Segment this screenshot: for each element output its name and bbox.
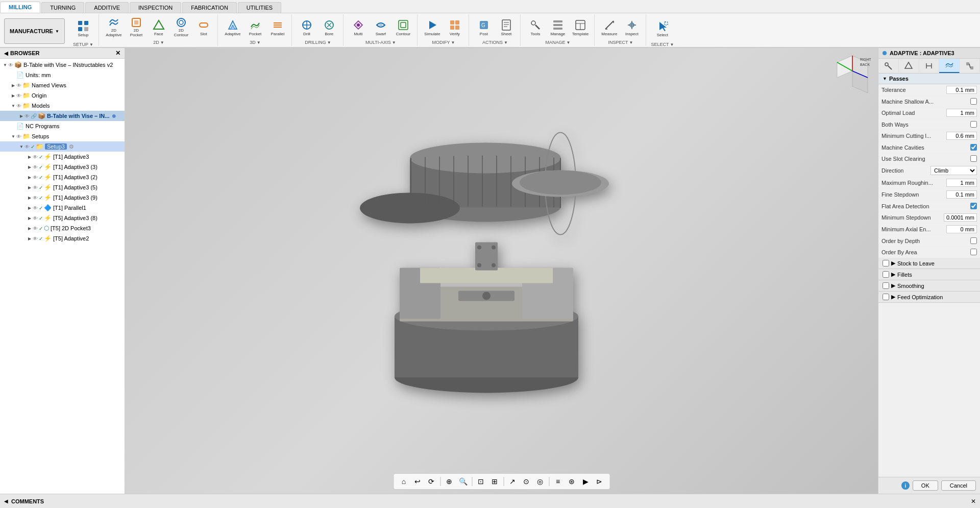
select-button[interactable]: Select xyxy=(650,15,675,41)
order-area-checkbox[interactable] xyxy=(970,249,977,255)
eye-icon-parallel1[interactable]: 👁 xyxy=(33,205,38,211)
play-animation-button[interactable]: ▶ xyxy=(579,475,592,488)
viewcube[interactable]: RIGHT BACK xyxy=(832,53,873,94)
feed-optimization-section[interactable]: ▶ Feed Optimization xyxy=(878,292,980,303)
face-button[interactable]: Face xyxy=(148,15,169,39)
manage-button[interactable]: Manage xyxy=(547,15,569,39)
viewport-area[interactable]: RIGHT BACK ⌂ ↩ ⟳ ⊕ 🔍 ⊡ ⊞ ↗ xyxy=(125,48,878,494)
machine-shallow-checkbox[interactable] xyxy=(970,98,977,105)
eye-icon-namedviews[interactable]: 👁 xyxy=(16,83,21,88)
tab-heights[interactable] xyxy=(919,59,940,73)
step-button[interactable]: ⊳ xyxy=(593,475,605,488)
drill-button[interactable]: Drill xyxy=(296,15,317,39)
fillets-enable[interactable] xyxy=(883,271,889,278)
pan-button[interactable]: ↗ xyxy=(506,475,519,488)
tree-item-units[interactable]: 📄 Units: mm xyxy=(0,70,125,80)
eye-icon-models[interactable]: 👁 xyxy=(16,103,21,109)
settings-icon-setup3[interactable]: ⚙ xyxy=(69,143,74,150)
measure-toolbar-button[interactable]: ≡ xyxy=(552,475,564,488)
parallel-button[interactable]: Parallel xyxy=(267,15,288,39)
adaptive-button[interactable]: Adaptive xyxy=(222,15,243,39)
browser-expand-icon[interactable]: ◀ xyxy=(4,51,8,56)
tree-item-adaptive3-8[interactable]: ▶ 👁 ✓ ⚡ [T5] Adaptive3 (8) xyxy=(0,213,125,223)
eye-icon-root[interactable]: 👁 xyxy=(8,62,13,68)
expand-pocket3[interactable]: ▶ xyxy=(27,225,33,231)
stock-to-leave-enable[interactable] xyxy=(883,260,889,267)
tree-item-adaptive3-2[interactable]: ▶ 👁 ✓ ⚡ [T1] Adaptive3 (2) xyxy=(0,172,125,182)
swarf-button[interactable]: Swarf xyxy=(370,15,391,39)
smoothing-section[interactable]: ▶ Smoothing xyxy=(878,280,980,292)
tab-milling[interactable]: MILLING xyxy=(0,2,40,13)
flat-area-checkbox[interactable] xyxy=(970,203,977,209)
eye-icon-adaptive3-8[interactable]: 👁 xyxy=(33,215,38,221)
tree-item-namedviews[interactable]: ▶ 👁 📁 Named Views xyxy=(0,80,125,90)
eye-icon-origin[interactable]: 👁 xyxy=(16,93,21,99)
optimal-load-value[interactable]: 1 mm xyxy=(946,109,977,117)
expand-adaptive2[interactable]: ▶ xyxy=(27,235,33,241)
tab-fabrication[interactable]: FABRICATION xyxy=(182,2,237,13)
expand-models[interactable]: ▼ xyxy=(10,103,16,109)
tree-item-adaptive3-9[interactable]: ▶ 👁 ✓ ⚡ [T1] Adaptive3 (9) xyxy=(0,192,125,203)
expand-setup3[interactable]: ▼ xyxy=(18,143,24,150)
tree-item-origin[interactable]: ▶ 👁 📁 Origin xyxy=(0,90,125,101)
expand-adaptive3-3[interactable]: ▶ xyxy=(27,164,33,170)
eye-icon-adaptive3-5[interactable]: 👁 xyxy=(33,185,38,190)
undo-button[interactable]: ⟳ xyxy=(425,475,437,488)
expand-adaptive3[interactable]: ▶ xyxy=(27,154,33,160)
comments-close[interactable]: ✕ xyxy=(971,498,976,505)
order-depth-checkbox[interactable] xyxy=(970,237,977,244)
eye-icon-adaptive3-2[interactable]: 👁 xyxy=(33,175,38,180)
eye-icon-setup3[interactable]: 👁 xyxy=(24,144,30,150)
min-axial-value[interactable]: 0 mm xyxy=(946,225,977,233)
tab-additive[interactable]: ADDITIVE xyxy=(85,2,129,13)
smoothing-enable[interactable] xyxy=(883,282,889,289)
post-button[interactable]: G Post xyxy=(473,15,495,39)
slot-clearing-checkbox[interactable] xyxy=(970,155,977,162)
verify-button[interactable]: Verify xyxy=(444,15,465,39)
tree-item-adaptive2[interactable]: ▶ 👁 ✓ ⚡ [T5] Adaptive2 xyxy=(0,233,125,244)
info-icon[interactable]: i xyxy=(901,481,910,490)
fillets-section[interactable]: ▶ Fillets xyxy=(878,269,980,280)
stock-to-leave-section[interactable]: ▶ Stock to Leave xyxy=(878,258,980,269)
expand-adaptive3-8[interactable]: ▶ xyxy=(27,215,33,221)
tools-button[interactable]: Tools xyxy=(525,15,546,39)
tree-item-root[interactable]: ▼ 👁 📦 B-Table with Vise – INstructables … xyxy=(0,60,125,70)
passes-section-header[interactable]: ▼ Passes xyxy=(878,74,980,84)
pocket-3d-button[interactable]: Pocket xyxy=(244,15,266,39)
tree-item-adaptive3-3[interactable]: ▶ 👁 ✓ ⚡ [T1] Adaptive3 (3) xyxy=(0,162,125,172)
contour-button[interactable]: Contour xyxy=(393,15,414,39)
zoom-fit-button[interactable]: ⊕ xyxy=(443,475,455,488)
inspect-button[interactable]: Inspect xyxy=(621,15,643,39)
render-button[interactable]: ⊛ xyxy=(566,475,578,488)
slot-button[interactable]: Slot xyxy=(193,15,214,39)
grid-button[interactable]: ⊙ xyxy=(520,475,532,488)
machine-cavities-checkbox[interactable] xyxy=(970,144,977,151)
tab-turning[interactable]: TURNING xyxy=(41,2,84,13)
template-button[interactable]: Template xyxy=(570,15,591,39)
eye-icon-adaptive2[interactable]: 👁 xyxy=(33,236,38,241)
tree-item-models[interactable]: ▼ 👁 📁 Models xyxy=(0,101,125,111)
min-cutting-value[interactable]: 0.6 mm xyxy=(946,132,977,140)
tree-item-adaptive3-5[interactable]: ▶ 👁 ✓ ⚡ [T1] Adaptive3 (5) xyxy=(0,182,125,192)
tab-inspection[interactable]: INSPECTION xyxy=(130,2,181,13)
measure-button[interactable]: Measure xyxy=(599,15,620,39)
tab-passes[interactable] xyxy=(939,59,960,73)
fine-stepdown-value[interactable]: 0.1 mm xyxy=(946,190,977,199)
tab-utilities[interactable]: UTILITIES xyxy=(238,2,281,13)
expand-btable[interactable]: ▶ xyxy=(18,113,24,119)
comments-expand[interactable]: ◀ xyxy=(4,498,8,504)
appearance-button[interactable]: ⊞ xyxy=(488,475,501,488)
zoom-button[interactable]: 🔍 xyxy=(457,475,469,488)
feed-opt-enable[interactable] xyxy=(883,294,889,300)
tree-item-ncprograms[interactable]: 📄 NC Programs xyxy=(0,121,125,131)
eye-icon-setups[interactable]: 👁 xyxy=(16,134,21,139)
tab-geometry[interactable] xyxy=(899,59,919,73)
min-stepdown-value[interactable]: 0.0001 mm xyxy=(944,213,977,222)
tree-item-pocket3[interactable]: ▶ 👁 ✓ ⬡ [T5] 2D Pocket3 xyxy=(0,223,125,233)
tolerance-value[interactable]: 0.1 mm xyxy=(946,86,977,94)
2d-adaptive-button[interactable]: 2D Adaptive xyxy=(103,15,125,39)
direction-select[interactable]: Climb Conventional xyxy=(930,166,977,175)
orbit-button[interactable]: ↩ xyxy=(411,475,424,488)
display-settings-button[interactable]: ⊡ xyxy=(475,475,487,488)
home-orbit-button[interactable]: ⌂ xyxy=(398,475,410,488)
